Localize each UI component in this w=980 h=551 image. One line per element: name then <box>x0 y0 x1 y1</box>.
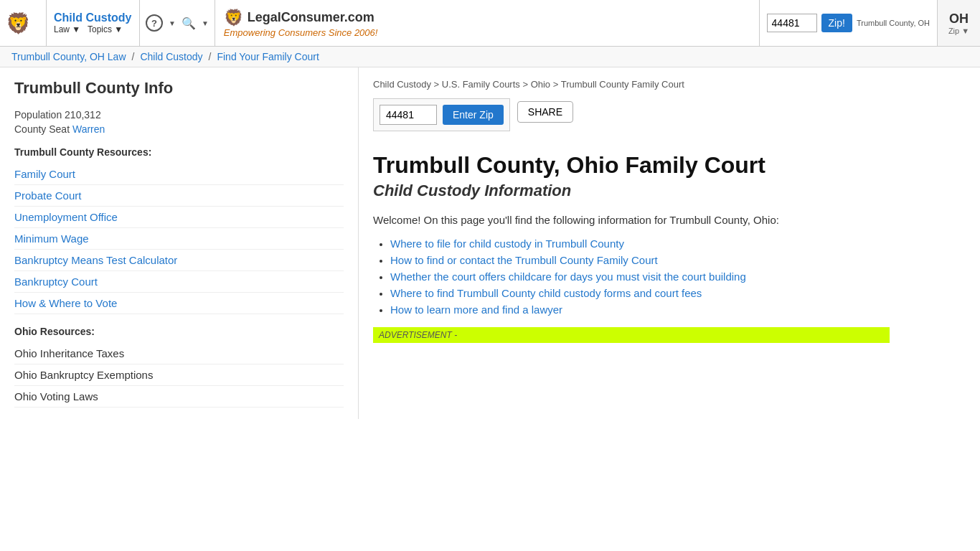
list-item: How to find or contact the Trumbull Coun… <box>390 254 890 266</box>
top-nav: Trumbull County, OH Law / Child Custody … <box>0 47 980 67</box>
county-seat-info: County Seat Warren <box>14 123 344 135</box>
sidebar-link-probate-court[interactable]: Probate Court <box>14 185 344 207</box>
sidebar-link-unemployment[interactable]: Unemployment Office <box>14 207 344 228</box>
help-search-area: ? ▼ 🔍 ▼ <box>140 0 215 46</box>
welcome-text: Welcome! On this page you'll find the fo… <box>373 212 890 229</box>
nav-link-3[interactable]: Find Your Family Court <box>217 51 319 62</box>
search-icon[interactable]: 🔍 <box>182 17 196 30</box>
state-area: OH Zip ▼ <box>937 0 980 46</box>
zip-form: Enter Zip <box>373 98 510 131</box>
main-layout: Trumbull County Info Population 210,312 … <box>0 67 980 419</box>
sidebar-link-bankruptcy-means[interactable]: Bankruptcy Means Test Calculator <box>14 250 344 271</box>
sidebar-title: Trumbull County Info <box>14 79 344 98</box>
population-value: 210,312 <box>65 109 101 121</box>
nav-link-2[interactable]: Child Custody <box>140 51 202 62</box>
list-link-4[interactable]: Where to find Trumbull County child cust… <box>390 287 702 299</box>
main-title: Trumbull County, Ohio Family Court <box>373 151 890 179</box>
help-dropdown[interactable]: ▼ <box>169 19 176 27</box>
county-seat-link[interactable]: Warren <box>72 123 105 135</box>
brand-logo-icon: 🦁 <box>224 9 243 27</box>
ohio-inheritance-taxes: Ohio Inheritance Taxes <box>14 343 344 364</box>
content-area: Child Custody > U.S. Family Courts > Ohi… <box>359 67 980 419</box>
state-name: OH <box>949 11 969 27</box>
breadcrumb-text: Child Custody > U.S. Family Courts > Ohi… <box>373 79 684 90</box>
zip-area: Zip! Trumbull County, OH <box>759 0 937 46</box>
topics-label[interactable]: Topics ▼ <box>88 24 123 34</box>
sidebar-link-vote[interactable]: How & Where to Vote <box>14 293 344 314</box>
list-link-3[interactable]: Whether the court offers childcare for d… <box>390 270 746 283</box>
child-custody-link[interactable]: Child Custody <box>54 11 132 24</box>
info-list: Where to file for child custody in Trumb… <box>373 237 890 316</box>
resources-title: Trumbull County Resources: <box>14 146 344 158</box>
brand-suffix: .com <box>344 10 374 24</box>
law-topics-label: Law ▼ Topics ▼ <box>54 24 132 34</box>
list-link-1[interactable]: Where to file for child custody in Trumb… <box>390 237 624 250</box>
tagline: Empowering Consumers Since 2006! <box>224 27 750 38</box>
child-custody-nav: Child Custody Law ▼ Topics ▼ <box>47 0 140 46</box>
search-dropdown[interactable]: ▼ <box>202 19 209 27</box>
county-label: Trumbull County, OH <box>857 19 930 27</box>
ad-banner: ADVERTISEMENT - <box>373 327 890 343</box>
list-item: Where to file for child custody in Trumb… <box>390 237 890 250</box>
sidebar-link-minimum-wage[interactable]: Minimum Wage <box>14 228 344 250</box>
law-label: Law <box>54 24 70 34</box>
header: 🦁 Child Custody Law ▼ Topics ▼ ? ▼ 🔍 ▼ 🦁… <box>0 0 980 47</box>
nav-sep-2: / <box>209 51 212 62</box>
content-breadcrumb: Child Custody > U.S. Family Courts > Ohi… <box>373 79 966 90</box>
logo-icon: 🦁 <box>6 11 31 35</box>
state-zip-label[interactable]: Zip ▼ <box>948 27 969 35</box>
population-info: Population 210,312 <box>14 109 344 121</box>
ohio-bankruptcy-exemptions: Ohio Bankruptcy Exemptions <box>14 364 344 386</box>
header-zip-button[interactable]: Zip! <box>821 14 852 32</box>
population-label: Population <box>14 109 62 121</box>
sub-title: Child Custody Information <box>373 182 890 200</box>
sidebar: Trumbull County Info Population 210,312 … <box>0 67 359 419</box>
brand-name-text: LegalConsumer <box>248 10 344 24</box>
content-zip-input[interactable] <box>380 105 437 125</box>
ohio-voting-laws: Ohio Voting Laws <box>14 386 344 408</box>
nav-link-1[interactable]: Trumbull County, OH Law <box>11 51 126 62</box>
list-item: Whether the court offers childcare for d… <box>390 270 890 283</box>
brand-link[interactable]: LegalConsumer.com <box>248 10 374 25</box>
sidebar-link-family-court[interactable]: Family Court <box>14 164 344 185</box>
sidebar-link-bankruptcy-court[interactable]: Bankruptcy Court <box>14 271 344 293</box>
brand-name: 🦁 LegalConsumer.com <box>224 9 750 27</box>
logo-area: 🦁 <box>0 0 47 46</box>
brand-area: 🦁 LegalConsumer.com Empowering Consumers… <box>215 0 759 46</box>
list-link-2[interactable]: How to find or contact the Trumbull Coun… <box>390 254 658 266</box>
ohio-resources-title: Ohio Resources: <box>14 326 344 337</box>
help-icon[interactable]: ? <box>146 14 163 32</box>
nav-sep-1: / <box>132 51 135 62</box>
list-item: How to learn more and find a lawyer <box>390 303 890 316</box>
county-seat-label: County Seat <box>14 123 70 135</box>
list-link-5[interactable]: How to learn more and find a lawyer <box>390 303 562 316</box>
list-item: Where to find Trumbull County child cust… <box>390 287 890 299</box>
share-button[interactable]: SHARE <box>517 101 573 123</box>
header-zip-input[interactable] <box>767 14 817 32</box>
content-zip-button[interactable]: Enter Zip <box>443 105 504 125</box>
